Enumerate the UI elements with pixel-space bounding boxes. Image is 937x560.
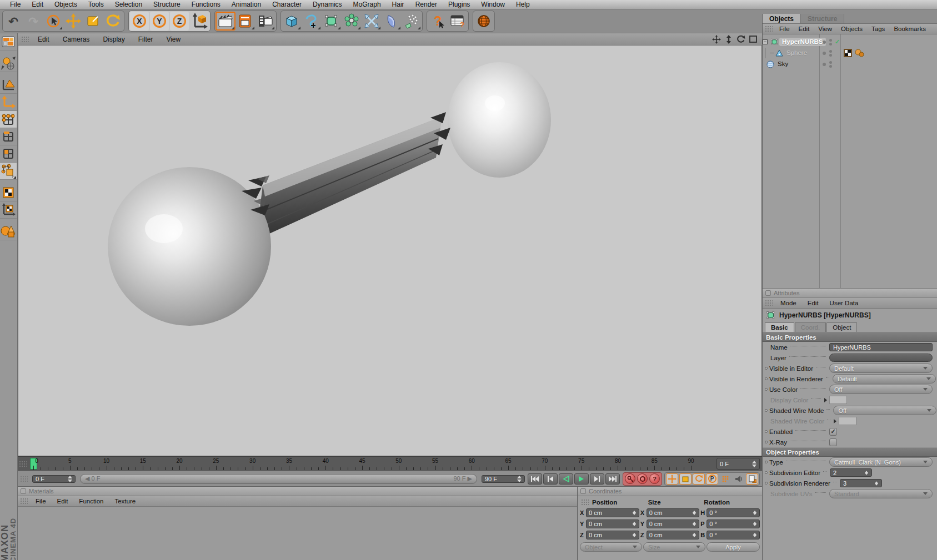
menubar-item-mograph[interactable]: MoGraph (348, 0, 387, 9)
coordinate-mode-dropdown[interactable]: Object (580, 542, 642, 552)
scale-button[interactable] (83, 12, 103, 31)
menubar-item-animation[interactable]: Animation (226, 0, 267, 9)
object-manager-menu-file[interactable]: File (775, 26, 794, 32)
expand-collapse-icon[interactable]: − (763, 39, 768, 44)
add-particles-button[interactable] (402, 12, 422, 31)
attributes-menu-mode[interactable]: Mode (775, 300, 802, 306)
spinner-arrows-icon[interactable] (753, 533, 756, 537)
menubar-item-tools[interactable]: Tools (83, 0, 109, 9)
expand-arrow-icon[interactable] (834, 419, 836, 423)
render-settings-button[interactable] (255, 12, 275, 31)
spinner-arrows-icon[interactable] (753, 511, 756, 515)
record-position-toggle[interactable] (666, 473, 678, 485)
materials-panel-checkbox[interactable] (21, 488, 26, 494)
animation-dot-icon[interactable] (765, 461, 768, 463)
coordinates-grip[interactable] (581, 499, 589, 506)
visible-in-renderer-dropdown[interactable]: Default (833, 374, 936, 384)
position-z-field[interactable]: 0 cm (586, 531, 639, 539)
rotation-p-field[interactable]: 0 ° (706, 519, 760, 528)
viewport-menu-cameras[interactable]: Cameras (56, 36, 97, 43)
object-display-button[interactable] (0, 223, 17, 240)
snapshot-button[interactable] (746, 473, 758, 485)
play-forwards-button[interactable] (574, 473, 589, 485)
animation-dot-icon[interactable] (765, 441, 768, 443)
enabled-check-icon[interactable]: ✓ (835, 38, 840, 46)
attributes-menu-edit[interactable]: Edit (802, 300, 824, 306)
spinner-arrows-icon[interactable] (632, 522, 635, 526)
position-x-field[interactable]: 0 cm (586, 508, 639, 517)
subdivide-uvs-dropdown[interactable]: Standard (829, 489, 933, 498)
menubar-item-selection[interactable]: Selection (109, 0, 148, 9)
menubar-item-character[interactable]: Character (267, 0, 307, 9)
range-end-field[interactable]: 90 F (482, 475, 525, 483)
menubar-item-objects[interactable]: Objects (49, 0, 83, 9)
editor-visibility-dot[interactable] (829, 50, 832, 53)
move-button[interactable] (63, 12, 83, 31)
layer-dot[interactable] (823, 52, 826, 55)
render-visibility-dot[interactable] (829, 54, 832, 57)
viewport-menu-view[interactable]: View (159, 36, 187, 43)
make-editable-button[interactable] (0, 55, 17, 72)
coordinates-panel-checkbox[interactable] (580, 488, 586, 494)
attributes-panel-checkbox[interactable] (765, 290, 771, 296)
timeline-end-frame-field[interactable]: 0 F (716, 458, 760, 470)
phong-tag-icon[interactable] (855, 49, 864, 57)
spinner-arrows-icon[interactable] (632, 533, 635, 537)
goto-end-button[interactable] (605, 473, 620, 485)
record-scale-toggle[interactable] (679, 473, 692, 485)
subdivision-editor-spinner[interactable]: 2 (830, 468, 872, 477)
menubar-item-structure[interactable]: Structure (148, 0, 186, 9)
object-name[interactable]: Sphere (784, 49, 810, 57)
lock-x-axis-button[interactable]: X (130, 12, 149, 31)
menubar-item-edit[interactable]: Edit (26, 0, 49, 9)
object-manager-grip[interactable] (765, 26, 773, 32)
object-manager-menu-tags[interactable]: Tags (867, 26, 889, 32)
polygons-mode-button[interactable] (0, 145, 17, 163)
rotation-h-field[interactable]: 0 ° (706, 508, 760, 517)
spinner-arrows-icon[interactable] (693, 533, 696, 537)
layer-field[interactable] (829, 354, 933, 362)
menubar-item-functions[interactable]: Functions (186, 0, 226, 9)
viewport-3d[interactable] (18, 46, 762, 456)
texture-tag-icon[interactable] (844, 49, 852, 57)
coordinates-titlebar[interactable]: Coordinates (578, 487, 762, 496)
spinner-arrows-icon[interactable] (752, 461, 756, 467)
redo-button[interactable]: ↷ (23, 12, 43, 31)
content-browser-layout-button[interactable] (0, 33, 17, 51)
viewport-toggle-button[interactable] (748, 34, 759, 44)
shaded-wire-color-swatch[interactable] (839, 417, 856, 425)
next-key-button[interactable] (590, 473, 604, 485)
display-color-swatch[interactable] (829, 396, 847, 404)
animation-dot-icon[interactable] (765, 377, 768, 380)
apply-button[interactable]: Apply (706, 542, 760, 552)
edges-mode-button[interactable] (0, 128, 17, 145)
add-hypernurbs-button[interactable] (322, 12, 342, 31)
texture-axis-mode-button[interactable] (0, 201, 17, 219)
tree-column-divider[interactable] (840, 34, 841, 288)
name-field[interactable]: HyperNURBS (829, 343, 933, 351)
goto-start-button[interactable] (528, 473, 542, 485)
size-y-field[interactable]: 0 cm (647, 519, 700, 528)
spinner-arrows-icon[interactable] (875, 481, 878, 486)
menubar-item-render[interactable]: Render (410, 0, 443, 9)
rotation-b-field[interactable]: 0 ° (706, 531, 760, 539)
tree-row-sky[interactable]: Sky (763, 59, 937, 69)
layer-dot[interactable] (823, 41, 826, 44)
materials-menu-function[interactable]: Function (73, 498, 109, 504)
materials-menu-file[interactable]: File (30, 498, 52, 504)
spinner-arrows-icon[interactable] (632, 511, 635, 515)
materials-titlebar[interactable]: Materials (18, 487, 577, 496)
materials-content[interactable] (18, 507, 577, 560)
tab-structure[interactable]: Structure (801, 14, 844, 23)
tree-row-sphere[interactable]: Sphere (763, 48, 937, 58)
attributes-titlebar[interactable]: Attributes (763, 289, 937, 298)
animation-dot-icon[interactable] (765, 367, 768, 370)
sound-toggle[interactable] (733, 473, 745, 485)
tab-object[interactable]: Object (826, 322, 857, 332)
type-dropdown[interactable]: Catmull–Clark (N–Gons) (829, 457, 933, 467)
coordinate-system-button[interactable] (189, 12, 209, 31)
timeline-grip[interactable] (19, 461, 27, 467)
tab-objects[interactable]: Objects (763, 14, 801, 23)
lock-z-axis-button[interactable]: Z (170, 12, 189, 31)
layer-dot[interactable] (823, 63, 826, 66)
